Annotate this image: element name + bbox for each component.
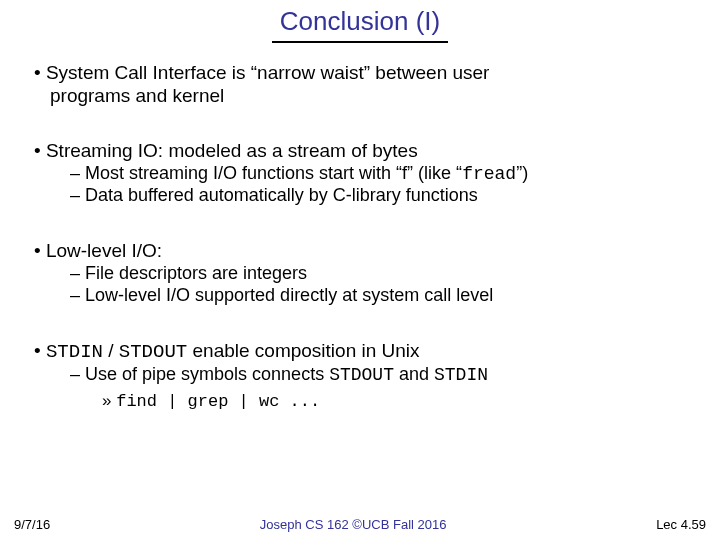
text: Low-level I/O: <box>46 240 162 261</box>
slide-title: Conclusion (I) <box>272 6 448 43</box>
text: programs and kernel <box>50 84 224 107</box>
text: Use of pipe symbols connects <box>85 364 329 384</box>
subbullet-buffered: Data buffered automatically by C-library… <box>28 185 692 207</box>
text: enable composition in Unix <box>187 340 419 361</box>
text: Streaming IO: modeled as a stream of byt… <box>46 140 418 161</box>
subbullet-fd-int: File descriptors are integers <box>28 263 692 285</box>
footer: 9/7/16 Joseph CS 162 ©UCB Fall 2016 Lec … <box>0 517 720 532</box>
slide-body: System Call Interface is “narrow waist” … <box>0 43 720 412</box>
text: ”) <box>516 163 528 183</box>
text: System Call Interface is “narrow waist” … <box>46 62 490 83</box>
code-stdin2: STDIN <box>434 365 488 385</box>
footer-course: Joseph CS 162 ©UCB Fall 2016 <box>260 517 447 532</box>
text: Most streaming I/O functions start with … <box>85 163 462 183</box>
code-stdin: STDIN <box>46 341 103 363</box>
text: Data buffered automatically by C-library… <box>85 185 478 205</box>
bullet-streaming: Streaming IO: modeled as a stream of byt… <box>28 139 692 162</box>
footer-slide-number: Lec 4.59 <box>656 517 706 532</box>
bullet-syscall: System Call Interface is “narrow waist” … <box>28 61 692 107</box>
code-stdout2: STDOUT <box>329 365 394 385</box>
subsubbullet-pipe-example: find | grep | wc ... <box>28 391 692 413</box>
text: Low-level I/O supported directly at syst… <box>85 285 493 305</box>
text: File descriptors are integers <box>85 263 307 283</box>
subbullet-fread: Most streaming I/O functions start with … <box>28 163 692 186</box>
code-fread: fread <box>462 164 516 184</box>
code-stdout: STDOUT <box>119 341 187 363</box>
text: / <box>103 340 119 361</box>
bullet-stdin-stdout: STDIN / STDOUT enable composition in Uni… <box>28 339 692 364</box>
bullet-lowlevel: Low-level I/O: <box>28 239 692 262</box>
subbullet-pipe: Use of pipe symbols connects STDOUT and … <box>28 364 692 387</box>
code-pipe-example: find | grep | wc ... <box>116 392 320 411</box>
footer-date: 9/7/16 <box>14 517 50 532</box>
subbullet-syscall-level: Low-level I/O supported directly at syst… <box>28 285 692 307</box>
text: and <box>394 364 434 384</box>
